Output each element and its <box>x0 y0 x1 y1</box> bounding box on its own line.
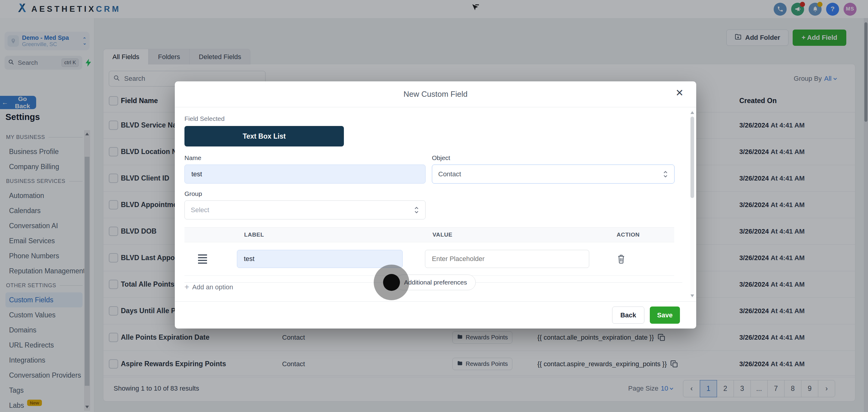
app-canvas: AESTHETIXCRM ? MS <box>0 0 868 412</box>
object-label: Object <box>432 154 675 162</box>
option-value-field[interactable] <box>425 250 589 268</box>
save-button[interactable]: Save <box>650 307 680 324</box>
modal-header: New Custom Field ✕ <box>175 82 696 107</box>
new-custom-field-modal: New Custom Field ✕ Field Selected Text B… <box>175 82 696 328</box>
name-label: Name <box>184 154 426 162</box>
modal-scrollbar[interactable] <box>690 110 694 298</box>
modal-body: Field Selected Text Box List Name Object… <box>175 107 696 302</box>
add-option-button[interactable]: + Add an option <box>184 283 233 291</box>
chevron-updown-icon <box>414 206 419 214</box>
modal-title: New Custom Field <box>404 90 467 99</box>
options-table: LABEL VALUE ACTION <box>184 227 674 276</box>
group-select[interactable]: Select <box>184 200 426 219</box>
scroll-down-arrow[interactable] <box>690 294 694 297</box>
modal-scrollbar-thumb[interactable] <box>690 117 694 198</box>
options-table-header: LABEL VALUE ACTION <box>184 227 674 242</box>
name-field[interactable] <box>184 164 426 184</box>
cursor-highlight-dot <box>383 274 400 291</box>
chevron-updown-icon <box>663 170 668 178</box>
field-selected-label: Field Selected <box>184 115 687 122</box>
close-icon[interactable]: ✕ <box>675 88 684 98</box>
delete-option-icon[interactable] <box>617 254 674 264</box>
field-type-button[interactable]: Text Box List <box>184 126 344 147</box>
object-select[interactable]: Contact <box>432 164 675 184</box>
value-column-header: VALUE <box>415 231 597 238</box>
option-label-field[interactable] <box>237 250 403 268</box>
action-column-header: ACTION <box>597 231 674 238</box>
drag-handle-icon[interactable] <box>198 254 207 264</box>
scroll-up-arrow[interactable] <box>690 111 694 114</box>
modal-footer: Back Save <box>175 302 696 328</box>
group-label: Group <box>184 190 426 197</box>
option-row <box>184 242 674 276</box>
back-button[interactable]: Back <box>612 307 644 324</box>
plus-icon: + <box>184 283 189 291</box>
label-column-header: LABEL <box>221 231 415 238</box>
